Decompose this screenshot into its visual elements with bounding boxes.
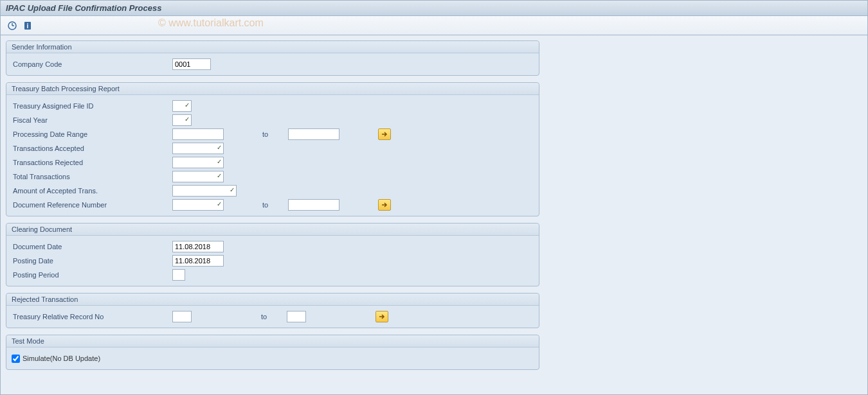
- input-fiscal-year[interactable]: [172, 114, 192, 126]
- group-clearing: Clearing Document Document Date Posting …: [6, 223, 539, 286]
- label-to-proc: to: [262, 130, 288, 138]
- group-title-rejected: Rejected Transaction: [6, 294, 539, 306]
- input-proc-date-to[interactable]: [288, 128, 339, 140]
- range-button-doc-ref[interactable]: [378, 199, 391, 211]
- input-doc-ref-to[interactable]: [288, 199, 339, 211]
- group-sender: Sender Information Company Code: [6, 40, 539, 76]
- label-fiscal-year: Fiscal Year: [12, 116, 172, 124]
- range-button-proc-date[interactable]: [378, 128, 391, 140]
- group-title-clearing: Clearing Document: [6, 224, 539, 236]
- page-title: IPAC Upload File Confirmation Process: [6, 3, 161, 13]
- title-bar: IPAC Upload File Confirmation Process: [0, 0, 868, 16]
- label-rel-record: Treasury Relative Record No: [12, 313, 172, 320]
- toolbar: i © www.tutorialkart.com: [0, 16, 868, 35]
- input-rel-record-from[interactable]: [172, 311, 192, 322]
- input-doc-ref-from[interactable]: [172, 199, 224, 211]
- label-trans-accepted: Transactions Accepted: [12, 145, 172, 152]
- input-doc-date[interactable]: [172, 241, 224, 252]
- input-post-date[interactable]: [172, 255, 224, 267]
- label-to-rel: to: [261, 313, 287, 320]
- group-title-test: Test Mode: [6, 335, 539, 347]
- label-proc-date: Processing Date Range: [12, 130, 172, 138]
- input-trans-accepted[interactable]: [172, 143, 224, 154]
- label-post-date: Posting Date: [12, 257, 172, 265]
- group-title-treasury: Treasury Batch Processing Report: [6, 83, 539, 95]
- input-amount-accepted[interactable]: [172, 185, 237, 197]
- input-rel-record-to[interactable]: [287, 311, 306, 322]
- content-area: Sender Information Company Code Treasury…: [0, 35, 868, 395]
- svg-text:i: i: [27, 22, 29, 30]
- label-doc-date: Document Date: [12, 243, 172, 250]
- input-trans-rejected[interactable]: [172, 157, 224, 168]
- input-post-period[interactable]: [172, 269, 185, 281]
- input-file-id[interactable]: [172, 100, 192, 112]
- group-treasury: Treasury Batch Processing Report Treasur…: [6, 82, 539, 216]
- label-trans-rejected: Transactions Rejected: [12, 159, 172, 166]
- label-simulate: Simulate(No DB Update): [23, 355, 100, 362]
- label-company-code: Company Code: [12, 60, 172, 68]
- watermark: © www.tutorialkart.com: [158, 17, 264, 29]
- label-amount-accepted: Amount of Accepted Trans.: [12, 187, 172, 195]
- checkbox-simulate[interactable]: [12, 355, 20, 363]
- execute-icon[interactable]: [6, 19, 19, 32]
- label-to-docref: to: [262, 201, 288, 209]
- input-proc-date-from[interactable]: [172, 128, 224, 140]
- group-rejected: Rejected Transaction Treasury Relative R…: [6, 293, 539, 328]
- input-total-trans[interactable]: [172, 171, 224, 182]
- group-title-sender: Sender Information: [6, 41, 539, 53]
- label-total-trans: Total Transactions: [12, 173, 172, 180]
- input-company-code[interactable]: [172, 58, 211, 70]
- label-doc-ref: Document Reference Number: [12, 201, 172, 209]
- range-button-rel-record[interactable]: [375, 311, 388, 322]
- info-icon[interactable]: i: [21, 19, 34, 32]
- group-test: Test Mode Simulate(No DB Update): [6, 335, 539, 370]
- label-file-id: Treasury Assigned File ID: [12, 102, 172, 110]
- label-post-period: Posting Period: [12, 271, 172, 279]
